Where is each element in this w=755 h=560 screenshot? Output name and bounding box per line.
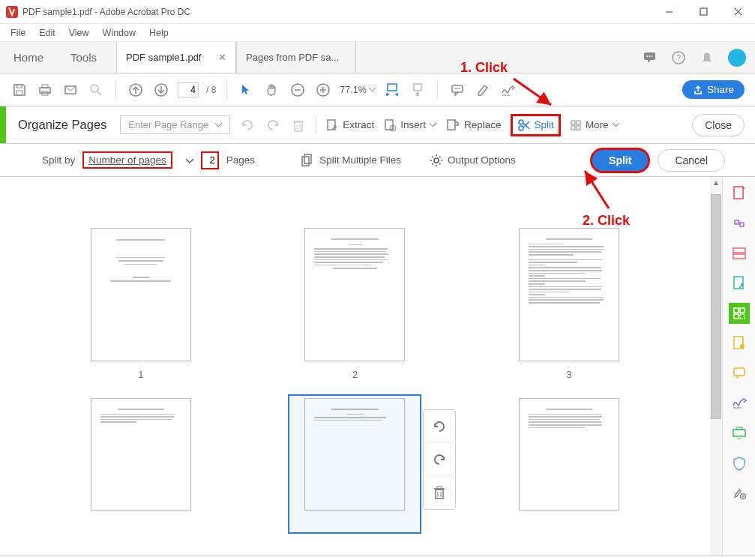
svg-rect-64 (740, 314, 745, 319)
svg-rect-2 (700, 8, 707, 15)
fill-sign-icon[interactable] (729, 393, 750, 414)
split-pages-input[interactable] (201, 151, 219, 169)
page-number: 2 (352, 369, 358, 380)
svg-rect-12 (16, 91, 22, 95)
thumbnail-canvas[interactable]: 1 2 (0, 177, 710, 556)
menu-view[interactable]: View (63, 26, 95, 40)
bell-icon[interactable] (700, 50, 715, 65)
minimize-button[interactable] (652, 1, 686, 23)
page-number: 1 (138, 369, 143, 380)
svg-rect-63 (734, 314, 739, 319)
thumbnail[interactable]: 1 (67, 228, 214, 380)
pointer-icon[interactable] (238, 81, 256, 99)
window-title: PDF sample1.pdf - Adobe Acrobat Pro DC (22, 7, 190, 17)
svg-point-51 (434, 158, 439, 163)
avatar[interactable] (728, 49, 746, 67)
split-cancel-button[interactable]: Cancel (658, 149, 725, 172)
send-comments-icon[interactable] (729, 333, 750, 354)
chevron-down-icon[interactable] (186, 154, 193, 166)
thumbnail[interactable] (496, 398, 643, 511)
split-mode-dropdown[interactable]: Number of pages (82, 151, 172, 169)
page-down-icon[interactable] (152, 81, 170, 99)
menu-window[interactable]: Window (97, 26, 142, 40)
trash-icon[interactable] (423, 476, 456, 509)
scan-icon[interactable] (729, 423, 750, 444)
split-multiple-button[interactable]: Split Multiple Files (300, 153, 401, 168)
rotate-right-icon[interactable] (265, 117, 281, 133)
organize-pages-toolbar: Organize Pages Enter Page Range Extract … (0, 106, 755, 144)
share-button[interactable]: Share (682, 80, 745, 99)
menu-file[interactable]: File (4, 26, 31, 40)
zoom-out-icon[interactable] (289, 81, 307, 99)
export-pdf-icon[interactable] (729, 273, 750, 294)
maximize-button[interactable] (686, 1, 721, 23)
svg-rect-56 (437, 487, 442, 489)
page-range-input[interactable]: Enter Page Range (120, 115, 230, 134)
delete-icon[interactable] (290, 117, 307, 133)
insert-button[interactable]: Insert (383, 118, 436, 133)
svg-point-41 (519, 120, 523, 124)
save-icon[interactable] (10, 81, 28, 99)
comments-icon[interactable] (729, 363, 750, 384)
doc-tab-active[interactable]: PDF sample1.pdf ✕ (116, 42, 236, 73)
organize-pages-icon[interactable] (729, 303, 750, 324)
svg-text:?: ? (676, 53, 681, 62)
tools-tab[interactable]: Tools (57, 42, 110, 73)
close-button[interactable] (721, 1, 755, 23)
svg-rect-67 (734, 368, 745, 376)
workarea: 1 2 (0, 177, 755, 556)
thumbnail[interactable] (67, 398, 214, 511)
app-icon (6, 6, 18, 18)
zoom-dropdown[interactable]: 77.1% (340, 85, 375, 95)
hand-icon[interactable] (263, 81, 281, 99)
mail-icon[interactable] (61, 81, 79, 99)
close-organize-button[interactable]: Close (692, 114, 745, 136)
home-tab[interactable]: Home (0, 42, 57, 73)
organize-active-marker (0, 106, 6, 143)
current-page-input[interactable] (178, 82, 199, 97)
create-pdf-icon[interactable] (729, 183, 750, 204)
thumbnail[interactable]: 3 (496, 228, 643, 380)
extract-button[interactable]: Extract (325, 118, 374, 133)
right-tools-panel (722, 177, 755, 556)
fit-width-icon[interactable] (383, 81, 401, 99)
edit-pdf-icon[interactable] (729, 243, 750, 264)
replace-button[interactable]: Replace (445, 118, 502, 133)
protect-icon[interactable] (729, 453, 750, 474)
search-icon[interactable] (87, 81, 105, 99)
rotate-cw-icon[interactable] (423, 443, 456, 476)
rotate-left-icon[interactable] (239, 117, 256, 133)
print-icon[interactable] (36, 81, 54, 99)
more-tools-icon[interactable] (729, 483, 750, 504)
doc-tab-label: Pages from PDF sa... (246, 52, 339, 63)
comment-icon[interactable] (448, 81, 466, 99)
svg-rect-47 (571, 126, 575, 130)
zoom-bar (0, 556, 755, 560)
page-number: 3 (567, 369, 572, 380)
rotate-ccw-icon[interactable] (423, 410, 456, 443)
svg-rect-59 (733, 254, 745, 259)
more-button[interactable]: More (570, 119, 619, 131)
close-tab-icon[interactable]: ✕ (218, 52, 226, 63)
thumbnail-hover-tools (423, 409, 456, 510)
speech-bubble-icon[interactable] (643, 50, 658, 65)
split-button[interactable]: Split (511, 114, 561, 136)
doc-tab[interactable]: Pages from PDF sa... (236, 42, 356, 73)
combine-icon[interactable] (729, 213, 750, 234)
scrollbar-thumb[interactable] (711, 194, 721, 419)
help-icon[interactable]: ? (671, 50, 686, 65)
svg-rect-62 (740, 308, 745, 313)
svg-rect-70 (736, 427, 742, 430)
thumbnail[interactable]: 2 (282, 228, 429, 380)
menu-help[interactable]: Help (143, 26, 175, 40)
menu-edit[interactable]: Edit (33, 26, 61, 40)
doc-tab-label: PDF sample1.pdf (126, 52, 201, 63)
highlight-icon[interactable] (474, 81, 492, 99)
zoom-in-icon[interactable] (314, 81, 332, 99)
svg-rect-58 (733, 248, 745, 253)
vertical-scrollbar[interactable]: ▲ (710, 177, 722, 556)
page-up-icon[interactable] (127, 81, 145, 99)
svg-rect-45 (571, 121, 575, 124)
output-options-button[interactable]: Output Options (430, 154, 516, 167)
fit-height-icon[interactable] (409, 81, 427, 99)
